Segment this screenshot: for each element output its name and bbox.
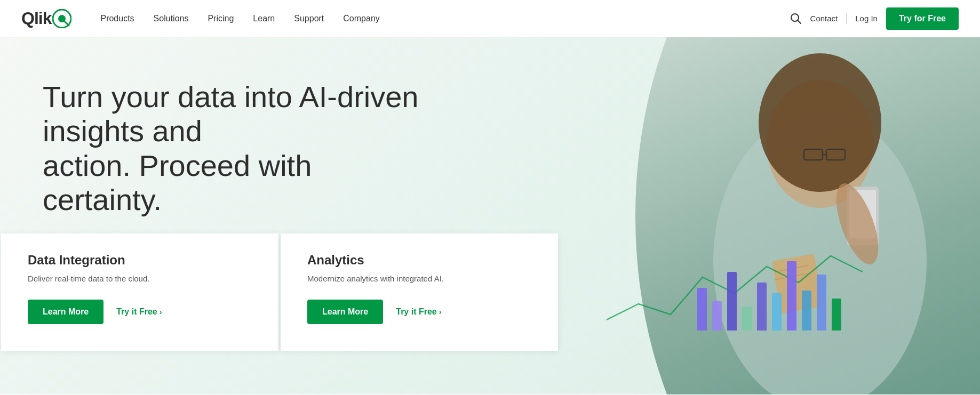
nav-item-company[interactable]: Company: [336, 10, 387, 28]
nav-login-link[interactable]: Log In: [855, 14, 878, 23]
nav-try-free-button[interactable]: Try for Free: [886, 7, 959, 30]
hero-content: Turn your data into AI-driven insights a…: [0, 37, 480, 239]
nav-item-learn[interactable]: Learn: [245, 10, 282, 28]
data-integration-card: Data Integration Deliver real-time data …: [1, 233, 278, 351]
nav-links: Products Solutions Pricing Learn Support…: [93, 10, 790, 28]
analytics-learn-more-button[interactable]: Learn More: [307, 300, 383, 324]
data-integration-desc: Deliver real-time data to the cloud.: [28, 273, 257, 285]
analytics-title: Analytics: [307, 253, 537, 268]
qlik-logo-icon: [52, 9, 71, 28]
svg-line-2: [65, 21, 69, 26]
nav-item-products[interactable]: Products: [93, 10, 141, 28]
try-free-chevron-1: ›: [160, 308, 162, 316]
data-integration-actions: Learn More Try it Free ›: [28, 300, 257, 324]
analytics-desc: Modernize analytics with integrated AI.: [307, 273, 537, 285]
analytics-try-free-link[interactable]: Try it Free ›: [396, 307, 441, 317]
data-integration-title: Data Integration: [28, 253, 257, 268]
nav-right: Contact Log In Try for Free: [790, 7, 959, 30]
nav-divider: [846, 13, 847, 24]
hero-headline: Turn your data into AI-driven insights a…: [43, 80, 437, 217]
nav-item-support[interactable]: Support: [286, 10, 331, 28]
logo[interactable]: Qlik: [21, 9, 71, 28]
svg-line-4: [798, 20, 801, 23]
try-free-chevron-2: ›: [439, 308, 442, 316]
nav-item-solutions[interactable]: Solutions: [146, 10, 196, 28]
data-integration-learn-more-button[interactable]: Learn More: [28, 300, 103, 324]
navbar: Qlik Products Solutions Pricing Learn Su…: [0, 0, 980, 37]
analytics-actions: Learn More Try it Free ›: [307, 300, 537, 324]
nav-contact-link[interactable]: Contact: [810, 14, 838, 23]
hero-section: Turn your data into AI-driven insights a…: [0, 37, 980, 394]
data-integration-try-free-link[interactable]: Try it Free ›: [116, 307, 162, 317]
search-icon[interactable]: [790, 13, 802, 25]
logo-text: Qlik: [21, 9, 51, 28]
svg-point-7: [759, 53, 881, 192]
cards-section: Data Integration Deliver real-time data …: [0, 233, 980, 351]
nav-item-pricing[interactable]: Pricing: [200, 10, 241, 28]
analytics-card: Analytics Modernize analytics with integ…: [281, 233, 558, 351]
